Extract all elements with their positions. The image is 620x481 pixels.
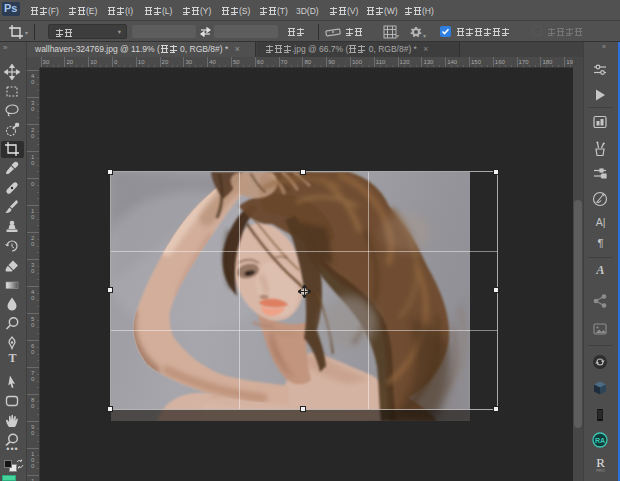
svg-text:RA: RA [595, 437, 605, 444]
